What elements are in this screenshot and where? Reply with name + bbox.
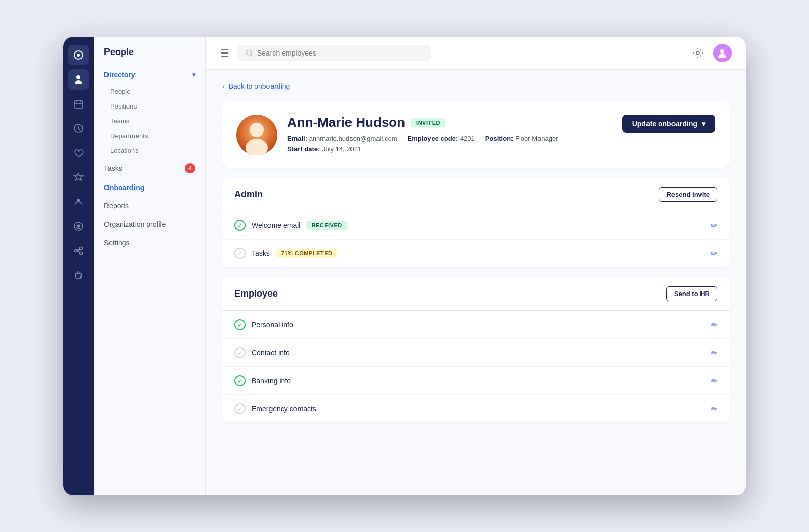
admin-row-tasks: ✓ Tasks 71% COMPLETED ✏ xyxy=(222,240,730,267)
completed-badge: 71% COMPLETED xyxy=(276,249,338,258)
sidebar-item-onboarding-label: Onboarding xyxy=(104,183,144,192)
sidebar-item-reports-label: Reports xyxy=(104,202,129,210)
edit-welcome-email-icon[interactable]: ✏ xyxy=(711,221,717,230)
edit-emergency-contacts-icon[interactable]: ✏ xyxy=(711,404,717,414)
profile-left: Ann-Marie Hudson INVITED Email: annmarie… xyxy=(236,115,558,155)
profile-card: Ann-Marie Hudson INVITED Email: annmarie… xyxy=(222,102,730,168)
svg-point-7 xyxy=(80,247,83,250)
avatar-image xyxy=(713,44,732,62)
edit-tasks-icon[interactable]: ✏ xyxy=(711,249,717,258)
user-avatar[interactable] xyxy=(713,44,732,62)
employee-row-personal-left: ✓ Personal info xyxy=(234,319,711,330)
rail-icon-bag[interactable] xyxy=(68,265,89,285)
sidebar-sub-positions[interactable]: Positions xyxy=(94,99,205,114)
svg-point-13 xyxy=(250,123,264,137)
search-input[interactable] xyxy=(257,49,423,57)
sidebar-item-org-profile-label: Organization profile xyxy=(104,220,166,228)
edit-banking-info-icon[interactable]: ✏ xyxy=(711,376,717,386)
back-link-label: Back to onboarding xyxy=(229,82,290,90)
emergency-contacts-label: Emergency contacts xyxy=(252,405,316,413)
check-complete-icon: ✓ xyxy=(234,220,246,231)
sidebar-heading: People xyxy=(94,47,205,66)
sidebar-sub-teams[interactable]: Teams xyxy=(94,114,205,128)
app-container: People Directory ▾ People Positions Team… xyxy=(63,37,746,495)
invited-badge: INVITED xyxy=(411,118,445,127)
rail-icon-clock[interactable] xyxy=(68,118,89,139)
employee-row-emergency-left: ✓ Emergency contacts xyxy=(234,403,711,414)
sidebar-sub-locations[interactable]: Locations xyxy=(94,143,205,158)
sidebar-item-settings-label: Settings xyxy=(104,238,130,247)
check-incomplete-icon: ✓ xyxy=(234,403,246,414)
header-right xyxy=(689,44,732,62)
svg-point-8 xyxy=(80,252,83,255)
update-onboarding-button[interactable]: Update onboarding ▾ xyxy=(622,115,715,133)
check-incomplete-icon: ✓ xyxy=(234,347,246,358)
employee-section-header: Employee Send to HR xyxy=(222,277,730,311)
back-link[interactable]: ‹ Back to onboarding xyxy=(222,82,730,90)
profile-avatar xyxy=(236,115,277,155)
svg-point-4 xyxy=(77,199,80,202)
profile-employee-code: Employee code: 4201 xyxy=(408,135,475,142)
rail-icon-people[interactable] xyxy=(68,69,89,90)
sidebar-item-reports[interactable]: Reports xyxy=(94,197,205,215)
chevron-down-icon: ▾ xyxy=(702,120,705,128)
sidebar-item-directory-label: Directory xyxy=(104,71,135,79)
profile-email: Email: annmarie.hudson@gmail.com xyxy=(287,135,397,142)
page-content: ‹ Back to onboarding xyxy=(206,70,746,495)
profile-name: Ann-Marie Hudson INVITED xyxy=(287,115,558,130)
search-bar[interactable] xyxy=(237,45,431,61)
admin-section-header: Admin Resend Invite xyxy=(222,178,730,211)
rail-icon-dollar[interactable] xyxy=(68,216,89,236)
employee-row-banking-left: ✓ Banking info xyxy=(234,375,711,386)
admin-section-title: Admin xyxy=(234,189,263,200)
profile-avatar-image xyxy=(236,115,277,155)
svg-point-1 xyxy=(77,54,80,57)
rail-icon-user-circle[interactable] xyxy=(68,192,89,212)
rail-icon-star[interactable] xyxy=(68,167,89,188)
personal-info-label: Personal info xyxy=(252,321,293,329)
employee-row-banking-info: ✓ Banking info ✏ xyxy=(222,367,730,395)
header-left: ☰ xyxy=(220,45,431,61)
search-icon xyxy=(246,49,253,57)
received-badge: RECEIVED xyxy=(306,221,347,230)
send-to-hr-button[interactable]: Send to HR xyxy=(666,286,717,301)
menu-icon[interactable]: ☰ xyxy=(220,47,229,59)
sidebar-sub-departments[interactable]: Departments xyxy=(94,128,205,143)
welcome-email-label: Welcome email xyxy=(252,221,300,229)
employee-section-title: Employee xyxy=(234,288,278,299)
rail-icon-calendar[interactable] xyxy=(68,94,89,114)
admin-row-welcome-left: ✓ Welcome email RECEIVED xyxy=(234,220,711,231)
employee-row-contact-info: ✓ Contact info ✏ xyxy=(222,339,730,367)
resend-invite-button[interactable]: Resend Invite xyxy=(659,187,717,202)
rail-icon-circle[interactable] xyxy=(68,45,89,65)
edit-personal-info-icon[interactable]: ✏ xyxy=(711,320,717,330)
profile-meta: Email: annmarie.hudson@gmail.com Employe… xyxy=(287,135,558,142)
svg-point-11 xyxy=(720,49,724,54)
sidebar-item-tasks[interactable]: Tasks 4 xyxy=(94,158,205,178)
edit-contact-info-icon[interactable]: ✏ xyxy=(711,348,717,358)
check-complete-icon: ✓ xyxy=(234,319,246,330)
admin-row-tasks-left: ✓ Tasks 71% COMPLETED xyxy=(234,248,711,259)
chevron-down-icon: ▾ xyxy=(192,71,195,78)
employee-row-personal-info: ✓ Personal info ✏ xyxy=(222,311,730,339)
rail-icon-connections[interactable] xyxy=(68,241,89,261)
admin-section: Admin Resend Invite ✓ Welcome email RECE… xyxy=(222,178,730,267)
check-complete-icon: ✓ xyxy=(234,375,246,386)
contact-info-label: Contact info xyxy=(252,349,290,357)
employee-section: Employee Send to HR ✓ Personal info ✏ ✓ … xyxy=(222,277,730,422)
tasks-badge: 4 xyxy=(185,163,195,173)
check-incomplete-icon: ✓ xyxy=(234,248,246,259)
sidebar-sub-people[interactable]: People xyxy=(94,84,205,99)
banking-info-label: Banking info xyxy=(252,377,291,385)
svg-point-6 xyxy=(75,250,77,252)
sidebar-item-settings[interactable]: Settings xyxy=(94,233,205,252)
admin-row-welcome-email: ✓ Welcome email RECEIVED ✏ xyxy=(222,211,730,240)
top-header: ☰ xyxy=(206,37,746,70)
sidebar-item-onboarding[interactable]: Onboarding xyxy=(94,178,205,197)
employee-row-contact-left: ✓ Contact info xyxy=(234,347,711,358)
sidebar-item-org-profile[interactable]: Organization profile xyxy=(94,215,205,233)
rail-icon-heart[interactable] xyxy=(68,143,89,163)
sidebar-item-directory[interactable]: Directory ▾ xyxy=(94,66,205,84)
profile-position: Position: Floor Manager xyxy=(485,135,558,142)
settings-icon[interactable] xyxy=(689,44,707,62)
